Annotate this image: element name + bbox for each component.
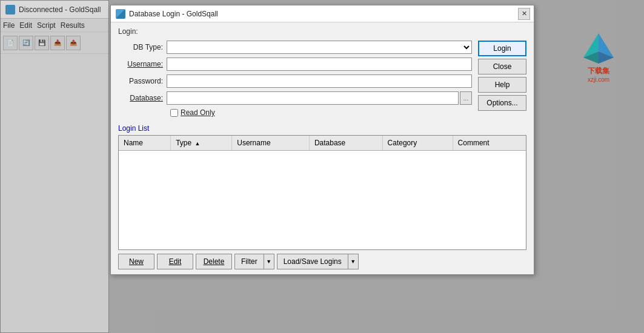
password-row: Password:: [118, 74, 472, 88]
col-username[interactable]: Username: [232, 136, 310, 150]
filter-arrow-button[interactable]: ▼: [264, 254, 274, 269]
col-comment[interactable]: Comment: [453, 136, 526, 150]
username-row: Username:: [118, 58, 472, 71]
loadsave-main-button[interactable]: Load/Save Logins: [277, 254, 348, 269]
filter-label: Filter: [241, 257, 257, 266]
loadsave-split-button: Load/Save Logins ▼: [277, 254, 359, 269]
dialog-body: Login: DB Type: Username: Password:: [111, 22, 534, 274]
password-input[interactable]: [167, 74, 472, 88]
new-button[interactable]: New: [118, 254, 154, 269]
dbtype-row: DB Type:: [118, 41, 472, 54]
options-button[interactable]: Options...: [478, 95, 526, 111]
login-table-container[interactable]: Name Type ▲ Username Database: [118, 135, 526, 250]
col-category[interactable]: Category: [382, 136, 453, 150]
loadsave-label: Load/Save Logins: [284, 257, 342, 266]
dialog-title: Database Login - GoldSqall: [129, 10, 218, 18]
delete-button[interactable]: Delete: [196, 254, 232, 269]
loadsave-arrow-button[interactable]: ▼: [348, 254, 359, 269]
login-section-label: Login:: [118, 27, 526, 36]
username-label: Username:: [118, 60, 167, 68]
dialog-close-icon[interactable]: ✕: [518, 8, 530, 20]
form-left: DB Type: Username: Password: Database:: [118, 41, 472, 122]
database-input-wrapper: ...: [167, 91, 472, 105]
form-right: Login Close Help Options...: [478, 41, 526, 122]
username-input[interactable]: [167, 58, 472, 71]
login-table: Name Type ▲ Username Database: [119, 136, 526, 151]
readonly-checkbox[interactable]: [170, 109, 178, 117]
help-button[interactable]: Help: [478, 77, 526, 93]
form-area: DB Type: Username: Password: Database:: [118, 41, 526, 122]
dialog-title-left: Database Login - GoldSqall: [116, 9, 218, 19]
database-browse-button[interactable]: ...: [460, 91, 472, 105]
col-type[interactable]: Type ▲: [171, 136, 232, 150]
table-header-row: Name Type ▲ Username Database: [119, 136, 526, 150]
login-list-section: Login List Name Type ▲: [118, 124, 526, 269]
new-button-label: New: [129, 257, 144, 266]
dialog-icon: [116, 9, 125, 19]
dbtype-select[interactable]: [167, 41, 472, 54]
col-database[interactable]: Database: [309, 136, 382, 150]
close-button[interactable]: Close: [478, 59, 526, 74]
database-login-dialog: Database Login - GoldSqall ✕ Login: DB T…: [110, 5, 534, 275]
readonly-label: Read Only: [181, 108, 215, 117]
dialog-titlebar: Database Login - GoldSqall ✕: [111, 5, 534, 22]
edit-button-label: Edit: [169, 257, 182, 266]
filter-split-button: Filter ▼: [234, 254, 274, 269]
edit-button[interactable]: Edit: [157, 254, 193, 269]
bottom-buttons: New Edit Delete Filter ▼ Load/Save Login…: [118, 254, 526, 269]
delete-button-label: Delete: [204, 257, 225, 266]
readonly-row: Read Only: [170, 108, 472, 117]
filter-main-button[interactable]: Filter: [234, 254, 264, 269]
database-input[interactable]: [167, 91, 459, 105]
password-label: Password:: [118, 77, 167, 85]
login-button[interactable]: Login: [478, 41, 526, 56]
col-name[interactable]: Name: [119, 136, 171, 150]
login-list-label: Login List: [118, 124, 526, 133]
dbtype-label: DB Type:: [118, 43, 167, 51]
database-row: Database: ...: [118, 91, 472, 105]
type-sort-arrow: ▲: [194, 140, 200, 147]
database-label: Database:: [118, 94, 167, 102]
